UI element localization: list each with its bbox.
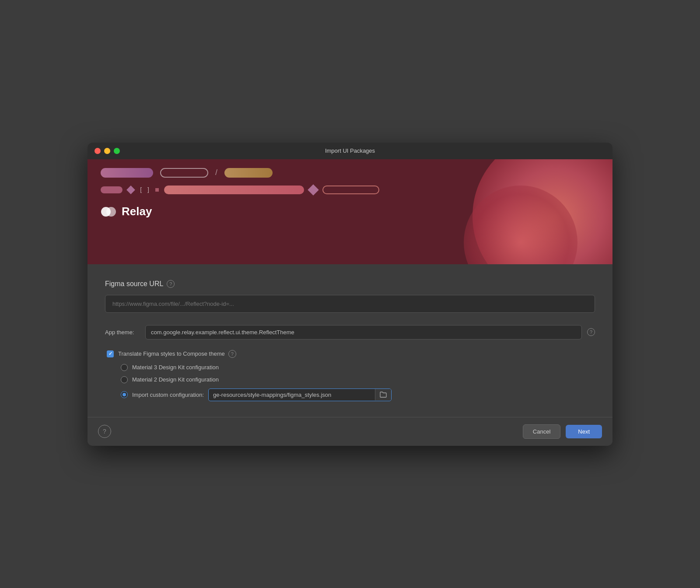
svg-point-1	[106, 207, 116, 217]
translate-checkbox[interactable]	[107, 350, 114, 357]
radio-custom-row: Import custom configuration:	[121, 388, 595, 401]
bottom-bar: ? Cancel Next	[88, 417, 612, 446]
figma-url-section: Figma source URL ?	[105, 280, 595, 288]
app-theme-label: App theme:	[105, 329, 140, 336]
radio-material2[interactable]	[121, 376, 128, 383]
figma-url-help-icon[interactable]: ?	[167, 280, 175, 288]
browse-folder-button[interactable]	[375, 389, 391, 400]
bar-coral-long	[164, 186, 304, 194]
radio-material3-row: Material 3 Design Kit configuration	[121, 364, 595, 371]
custom-config-input[interactable]	[209, 389, 375, 401]
cancel-button[interactable]: Cancel	[523, 424, 560, 439]
diamond-2	[308, 184, 319, 195]
header-banner: / [ ] Relay	[88, 159, 612, 264]
minimize-button[interactable]	[104, 148, 110, 154]
bar-outline	[160, 168, 208, 178]
translate-help-icon[interactable]: ?	[228, 350, 236, 358]
radio-material3-label: Material 3 Design Kit configuration	[132, 364, 219, 371]
figma-url-label: Figma source URL	[105, 280, 163, 288]
window-controls	[94, 148, 120, 154]
maximize-button[interactable]	[114, 148, 120, 154]
main-content: Figma source URL ? App theme: ? Translat…	[88, 264, 612, 417]
app-theme-input[interactable]	[145, 325, 582, 340]
dot-square	[155, 188, 159, 192]
app-theme-help-icon[interactable]: ?	[587, 328, 595, 336]
relay-logo: Relay	[101, 204, 599, 220]
window-title: Import UI Packages	[325, 147, 375, 154]
close-button[interactable]	[94, 148, 101, 154]
banner-row-2: [ ]	[101, 186, 599, 194]
translate-checkbox-row: Translate Figma styles to Compose theme …	[107, 350, 595, 358]
titlebar: Import UI Packages	[88, 143, 612, 159]
bottom-right-actions: Cancel Next	[523, 424, 602, 439]
banner-decorations: / [ ] Relay	[101, 168, 599, 220]
help-button[interactable]: ?	[98, 425, 111, 438]
banner-row-1: /	[101, 168, 599, 178]
relay-icon	[101, 204, 116, 220]
bar-coral-outline	[322, 186, 379, 194]
app-theme-row: App theme: ?	[105, 325, 595, 340]
bar-pink-filled	[101, 168, 153, 178]
import-dialog: Import UI Packages / [ ]	[88, 143, 612, 446]
diamond-1	[126, 186, 135, 194]
bar-small-pink	[101, 186, 122, 193]
translate-label: Translate Figma styles to Compose theme …	[118, 350, 236, 358]
radio-material3[interactable]	[121, 364, 128, 371]
figma-url-input[interactable]	[105, 295, 595, 313]
radio-material2-label: Material 2 Design Kit configuration	[132, 376, 219, 383]
slash-divider: /	[215, 168, 217, 177]
radio-options: Material 3 Design Kit configuration Mate…	[121, 364, 595, 401]
next-button[interactable]: Next	[566, 425, 602, 438]
bracket-text: [ ]	[139, 186, 150, 193]
config-input-wrap	[208, 388, 392, 401]
relay-label: Relay	[122, 205, 152, 218]
radio-custom-label: Import custom configuration:	[132, 392, 204, 398]
radio-custom[interactable]	[121, 391, 128, 398]
bar-amber	[224, 168, 273, 178]
folder-icon	[380, 392, 387, 398]
radio-material2-row: Material 2 Design Kit configuration	[121, 376, 595, 383]
